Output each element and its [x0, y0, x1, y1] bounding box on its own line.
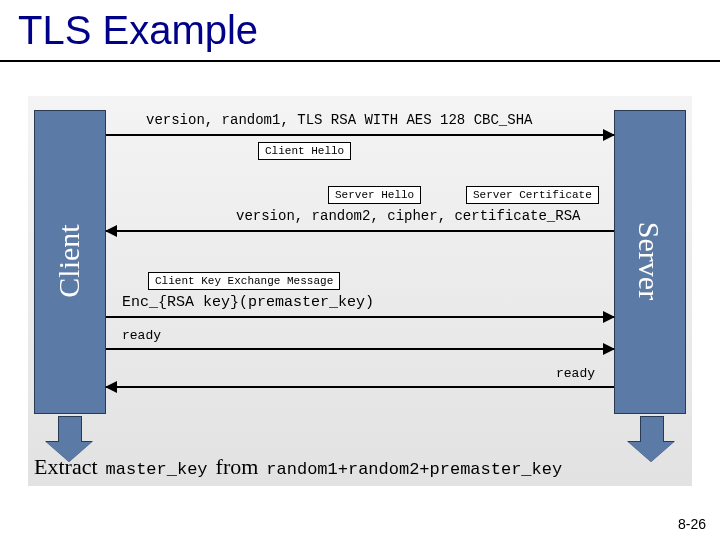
msg2-label-hello: Server Hello [328, 186, 421, 204]
msg5-arrow [106, 386, 614, 388]
msg1-label: Client Hello [258, 142, 351, 160]
client-box: Client [34, 110, 106, 414]
page-number: 8-26 [678, 516, 706, 532]
extract-line: Extract master_key from random1+random2+… [34, 454, 562, 480]
msg1-arrow [106, 134, 614, 136]
msg3-label: Client Key Exchange Message [148, 272, 340, 290]
msg3-arrow [106, 316, 614, 318]
msg3-text: Enc_{RSA key}(premaster_key) [122, 294, 374, 311]
extract-inputs: random1+random2+premaster_key [266, 460, 562, 479]
msg2-label-cert: Server Certificate [466, 186, 599, 204]
msg5-text: ready [556, 366, 595, 381]
extract-from: from [216, 454, 259, 479]
msg4-text: ready [122, 328, 161, 343]
extract-word: Extract [34, 454, 98, 479]
server-box: Server [614, 110, 686, 414]
title-underline [0, 60, 720, 62]
server-down-arrow [628, 416, 674, 462]
msg2-text: version, random2, cipher, certificate_RS… [236, 208, 580, 224]
msg2-arrow [106, 230, 614, 232]
client-label: Client [52, 224, 86, 297]
diagram-panel: Client Server version, random1, TLS RSA … [28, 96, 692, 486]
slide-title: TLS Example [18, 8, 258, 53]
extract-master: master_key [106, 460, 208, 479]
msg1-text: version, random1, TLS RSA WITH AES 128 C… [146, 112, 532, 128]
server-label: Server [632, 222, 666, 300]
msg4-arrow [106, 348, 614, 350]
